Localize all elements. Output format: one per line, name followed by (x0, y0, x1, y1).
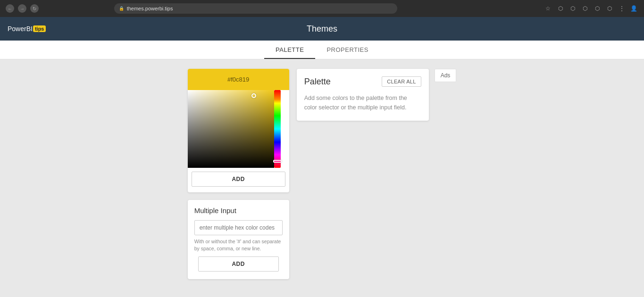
browser-chrome: ← → ↻ 🔒 themes.powerbi.tips ☆ ⬡ ⬡ ⬡ ⬡ ⬡ … (0, 0, 644, 17)
tabs-bar: PALETTE PROPERTIES (0, 41, 644, 59)
main-content: #f0c819 ADD Multiple Input (0, 59, 644, 289)
app-title: Themes (307, 24, 337, 34)
logo-text: PowerBI (8, 25, 33, 33)
color-gradient[interactable] (188, 90, 274, 168)
color-preview-bar: #f0c819 (188, 69, 289, 90)
gradient-black (188, 90, 274, 168)
ext1-icon[interactable]: ⬡ (556, 4, 565, 13)
ext3-icon[interactable]: ⬡ (581, 4, 589, 13)
address-bar: 🔒 themes.powerbi.tips (114, 3, 397, 14)
hue-slider-track (274, 90, 281, 168)
star-icon[interactable]: ☆ (544, 4, 552, 13)
app-header: PowerBItips Themes (0, 17, 644, 41)
multiple-input-title: Multiple Input (194, 206, 283, 214)
multiple-input-hint: With or without the '#' and can separate… (194, 238, 283, 252)
palette-empty-text: Add some colors to the palette from the … (304, 93, 421, 112)
color-hex-label: #f0c819 (227, 76, 249, 83)
palette-title: Palette (304, 77, 331, 87)
ext2-icon[interactable]: ⬡ (569, 4, 577, 13)
hue-cursor (273, 160, 282, 163)
back-button[interactable]: ← (6, 4, 14, 13)
ext5-icon[interactable]: ⬡ (605, 4, 614, 13)
logo: PowerBItips (8, 25, 46, 33)
profile-icon[interactable]: 👤 (630, 4, 638, 13)
reload-button[interactable]: ↻ (30, 4, 39, 13)
tab-palette[interactable]: PALETTE (264, 41, 315, 59)
multiple-input-card: Multiple Input With or without the '#' a… (188, 200, 289, 279)
clear-all-button[interactable]: CLEAR ALL (382, 76, 421, 87)
color-picker-add-button[interactable]: ADD (192, 172, 285, 187)
multiple-input-add-button[interactable]: ADD (198, 256, 279, 272)
gradient-area[interactable] (188, 90, 289, 168)
lock-icon: 🔒 (119, 6, 124, 11)
palette-card: Palette CLEAR ALL Add some colors to the… (297, 69, 429, 121)
forward-button[interactable]: → (18, 4, 26, 13)
tab-properties[interactable]: PROPERTIES (315, 41, 380, 59)
palette-header: Palette CLEAR ALL (304, 76, 421, 87)
ads-label: Ads (441, 72, 451, 79)
multiple-input-field[interactable] (194, 220, 283, 235)
ext4-icon[interactable]: ⬡ (593, 4, 602, 13)
browser-icons-group: ☆ ⬡ ⬡ ⬡ ⬡ ⬡ ⋮ 👤 (544, 4, 638, 13)
palette-and-ads: Palette CLEAR ALL Add some colors to the… (297, 69, 457, 121)
ads-widget: Ads (435, 69, 457, 82)
color-picker-card: #f0c819 ADD (188, 69, 289, 192)
menu-icon[interactable]: ⋮ (618, 4, 626, 13)
url-text: themes.powerbi.tips (127, 6, 173, 11)
hue-slider-container[interactable] (274, 90, 283, 168)
logo-badge: tips (33, 25, 46, 32)
left-column: #f0c819 ADD Multiple Input (188, 69, 289, 279)
